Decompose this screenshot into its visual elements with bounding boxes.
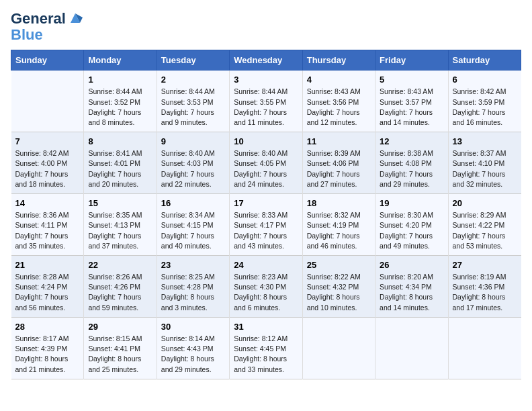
day-number: 26 <box>380 260 443 270</box>
day-cell: 2Sunrise: 8:44 AM Sunset: 3:53 PM Daylig… <box>157 71 229 132</box>
day-info: Sunrise: 8:26 AM Sunset: 4:26 PM Dayligh… <box>88 272 152 313</box>
day-cell: 12Sunrise: 8:38 AM Sunset: 4:08 PM Dayli… <box>375 132 448 194</box>
day-number: 15 <box>88 198 152 208</box>
day-cell: 29Sunrise: 8:15 AM Sunset: 4:41 PM Dayli… <box>84 317 157 379</box>
header-row: SundayMondayTuesdayWednesdayThursdayFrid… <box>11 50 521 71</box>
logo-icon <box>68 11 83 26</box>
day-info: Sunrise: 8:23 AM Sunset: 4:30 PM Dayligh… <box>234 272 298 313</box>
col-header-saturday: Saturday <box>448 50 521 71</box>
day-number: 29 <box>88 322 152 332</box>
day-cell: 9Sunrise: 8:40 AM Sunset: 4:03 PM Daylig… <box>157 132 229 194</box>
col-header-monday: Monday <box>84 50 157 71</box>
day-info: Sunrise: 8:12 AM Sunset: 4:45 PM Dayligh… <box>234 334 298 375</box>
day-cell: 27Sunrise: 8:19 AM Sunset: 4:36 PM Dayli… <box>448 256 521 318</box>
day-number: 23 <box>161 260 225 270</box>
day-cell <box>375 317 448 379</box>
day-cell: 21Sunrise: 8:28 AM Sunset: 4:24 PM Dayli… <box>11 256 84 318</box>
day-number: 24 <box>234 260 298 270</box>
day-info: Sunrise: 8:34 AM Sunset: 4:15 PM Dayligh… <box>161 210 225 251</box>
day-info: Sunrise: 8:44 AM Sunset: 3:52 PM Dayligh… <box>88 87 152 128</box>
day-number: 10 <box>234 136 298 146</box>
day-info: Sunrise: 8:32 AM Sunset: 4:19 PM Dayligh… <box>307 210 371 251</box>
day-info: Sunrise: 8:43 AM Sunset: 3:56 PM Dayligh… <box>307 87 371 128</box>
page-header: General Blue <box>11 11 521 43</box>
day-number: 20 <box>453 198 517 208</box>
day-cell: 16Sunrise: 8:34 AM Sunset: 4:15 PM Dayli… <box>157 194 229 256</box>
day-number: 19 <box>380 198 443 208</box>
day-number: 3 <box>234 75 298 85</box>
day-info: Sunrise: 8:33 AM Sunset: 4:17 PM Dayligh… <box>234 210 298 251</box>
day-number: 27 <box>453 260 517 270</box>
day-info: Sunrise: 8:15 AM Sunset: 4:41 PM Dayligh… <box>88 334 152 375</box>
day-number: 18 <box>307 198 371 208</box>
day-cell: 18Sunrise: 8:32 AM Sunset: 4:19 PM Dayli… <box>302 194 375 256</box>
day-info: Sunrise: 8:41 AM Sunset: 4:01 PM Dayligh… <box>88 148 152 189</box>
day-cell: 19Sunrise: 8:30 AM Sunset: 4:20 PM Dayli… <box>375 194 448 256</box>
week-row-1: 1Sunrise: 8:44 AM Sunset: 3:52 PM Daylig… <box>11 71 521 132</box>
day-cell: 22Sunrise: 8:26 AM Sunset: 4:26 PM Dayli… <box>84 256 157 318</box>
day-cell: 3Sunrise: 8:44 AM Sunset: 3:55 PM Daylig… <box>230 71 302 132</box>
day-number: 5 <box>380 75 443 85</box>
day-info: Sunrise: 8:20 AM Sunset: 4:34 PM Dayligh… <box>380 272 443 313</box>
day-number: 12 <box>380 136 443 146</box>
day-number: 11 <box>307 136 371 146</box>
day-info: Sunrise: 8:35 AM Sunset: 4:13 PM Dayligh… <box>88 210 152 251</box>
day-number: 14 <box>15 198 80 208</box>
week-row-5: 28Sunrise: 8:17 AM Sunset: 4:39 PM Dayli… <box>11 317 521 379</box>
day-info: Sunrise: 8:38 AM Sunset: 4:08 PM Dayligh… <box>380 148 443 189</box>
day-number: 22 <box>88 260 152 270</box>
day-number: 8 <box>88 136 152 146</box>
day-cell: 7Sunrise: 8:42 AM Sunset: 4:00 PM Daylig… <box>11 132 84 194</box>
day-info: Sunrise: 8:43 AM Sunset: 3:57 PM Dayligh… <box>380 87 443 128</box>
day-info: Sunrise: 8:25 AM Sunset: 4:28 PM Dayligh… <box>161 272 225 313</box>
day-number: 25 <box>307 260 371 270</box>
day-info: Sunrise: 8:30 AM Sunset: 4:20 PM Dayligh… <box>380 210 443 251</box>
col-header-wednesday: Wednesday <box>230 50 302 71</box>
day-cell <box>448 317 521 379</box>
day-number: 30 <box>161 322 225 332</box>
day-cell: 15Sunrise: 8:35 AM Sunset: 4:13 PM Dayli… <box>84 194 157 256</box>
day-number: 7 <box>15 136 80 146</box>
col-header-sunday: Sunday <box>11 50 84 71</box>
day-info: Sunrise: 8:29 AM Sunset: 4:22 PM Dayligh… <box>453 210 517 251</box>
day-cell: 24Sunrise: 8:23 AM Sunset: 4:30 PM Dayli… <box>230 256 302 318</box>
day-number: 2 <box>161 75 225 85</box>
day-cell: 23Sunrise: 8:25 AM Sunset: 4:28 PM Dayli… <box>157 256 229 318</box>
week-row-2: 7Sunrise: 8:42 AM Sunset: 4:00 PM Daylig… <box>11 132 521 194</box>
day-info: Sunrise: 8:42 AM Sunset: 4:00 PM Dayligh… <box>15 148 80 189</box>
day-info: Sunrise: 8:44 AM Sunset: 3:55 PM Dayligh… <box>234 87 298 128</box>
week-row-4: 21Sunrise: 8:28 AM Sunset: 4:24 PM Dayli… <box>11 256 521 318</box>
day-cell: 8Sunrise: 8:41 AM Sunset: 4:01 PM Daylig… <box>84 132 157 194</box>
day-cell <box>11 71 84 132</box>
calendar-table: SundayMondayTuesdayWednesdayThursdayFrid… <box>11 50 521 379</box>
day-info: Sunrise: 8:40 AM Sunset: 4:05 PM Dayligh… <box>234 148 298 189</box>
day-cell: 20Sunrise: 8:29 AM Sunset: 4:22 PM Dayli… <box>448 194 521 256</box>
day-cell: 26Sunrise: 8:20 AM Sunset: 4:34 PM Dayli… <box>375 256 448 318</box>
logo-blue: Blue <box>11 27 43 43</box>
day-number: 17 <box>234 198 298 208</box>
day-info: Sunrise: 8:42 AM Sunset: 3:59 PM Dayligh… <box>453 87 517 128</box>
day-cell: 11Sunrise: 8:39 AM Sunset: 4:06 PM Dayli… <box>302 132 375 194</box>
day-info: Sunrise: 8:28 AM Sunset: 4:24 PM Dayligh… <box>15 272 80 313</box>
day-cell: 1Sunrise: 8:44 AM Sunset: 3:52 PM Daylig… <box>84 71 157 132</box>
day-number: 16 <box>161 198 225 208</box>
week-row-3: 14Sunrise: 8:36 AM Sunset: 4:11 PM Dayli… <box>11 194 521 256</box>
day-info: Sunrise: 8:22 AM Sunset: 4:32 PM Dayligh… <box>307 272 371 313</box>
day-cell: 14Sunrise: 8:36 AM Sunset: 4:11 PM Dayli… <box>11 194 84 256</box>
day-number: 1 <box>88 75 152 85</box>
day-info: Sunrise: 8:40 AM Sunset: 4:03 PM Dayligh… <box>161 148 225 189</box>
col-header-thursday: Thursday <box>302 50 375 71</box>
day-number: 21 <box>15 260 80 270</box>
day-info: Sunrise: 8:39 AM Sunset: 4:06 PM Dayligh… <box>307 148 371 189</box>
day-cell: 10Sunrise: 8:40 AM Sunset: 4:05 PM Dayli… <box>230 132 302 194</box>
day-cell: 4Sunrise: 8:43 AM Sunset: 3:56 PM Daylig… <box>302 71 375 132</box>
day-number: 28 <box>15 322 80 332</box>
day-number: 13 <box>453 136 517 146</box>
day-cell: 17Sunrise: 8:33 AM Sunset: 4:17 PM Dayli… <box>230 194 302 256</box>
day-cell: 25Sunrise: 8:22 AM Sunset: 4:32 PM Dayli… <box>302 256 375 318</box>
day-info: Sunrise: 8:14 AM Sunset: 4:43 PM Dayligh… <box>161 334 225 375</box>
day-number: 31 <box>234 322 298 332</box>
day-number: 4 <box>307 75 371 85</box>
day-info: Sunrise: 8:44 AM Sunset: 3:53 PM Dayligh… <box>161 87 225 128</box>
day-cell: 30Sunrise: 8:14 AM Sunset: 4:43 PM Dayli… <box>157 317 229 379</box>
